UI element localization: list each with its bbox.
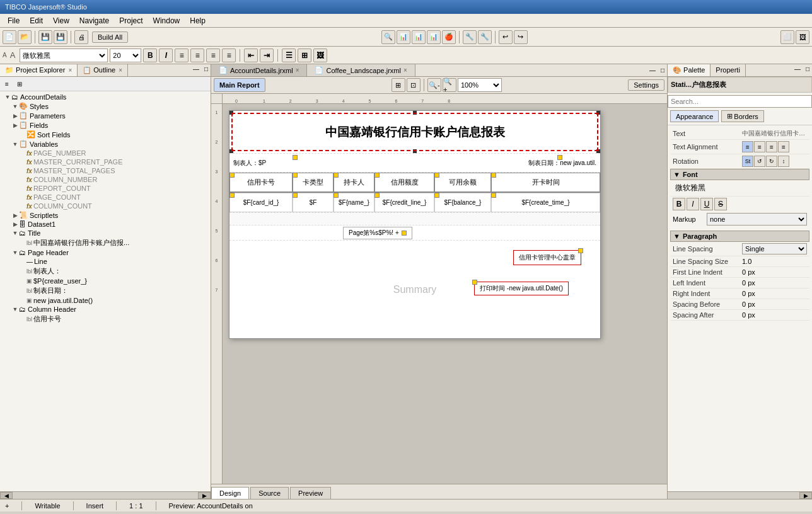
scroll-right-btn[interactable]: ▶ <box>198 492 211 499</box>
tab-design[interactable]: Design <box>211 487 249 499</box>
italic-prop-btn[interactable]: I <box>687 198 699 210</box>
right-panel-scrollbar[interactable]: ▶ <box>668 491 812 499</box>
menu-navigate[interactable]: Navigate <box>74 15 114 26</box>
maximize-left-btn[interactable]: □ <box>202 64 211 76</box>
toggle-dataset1[interactable]: ▶ <box>11 221 19 227</box>
tree-creator-label[interactable]: lbl 制表人： <box>1 266 209 277</box>
close-tab-1[interactable]: × <box>296 67 299 74</box>
align-left-btn[interactable]: ≡ <box>175 49 188 62</box>
tree-create-date-label[interactable]: lbl 制表日期： <box>1 285 209 296</box>
menu-help[interactable]: Help <box>185 15 211 26</box>
toggle-parameters[interactable]: ▶ <box>11 113 19 119</box>
zoom-select[interactable]: 100% 75% 150% <box>458 78 502 92</box>
tree-fields[interactable]: ▶ 📋 Fields <box>1 120 209 130</box>
min-right-btn[interactable]: — <box>792 64 803 76</box>
align-center-btn[interactable]: ≡ <box>190 49 204 62</box>
maximize-btn[interactable]: ⬜ <box>780 30 794 44</box>
align-center-prop-btn[interactable]: ≡ <box>754 141 765 152</box>
menu-project[interactable]: Project <box>114 15 148 26</box>
line-spacing-select[interactable]: Single Double <box>742 243 807 254</box>
tab-account-details[interactable]: 📄 AccountDetails.jrxml × <box>211 64 307 76</box>
rot-right-btn[interactable]: ↻ <box>766 156 777 167</box>
font-size-select[interactable]: 20 <box>110 49 141 62</box>
rot-flip-btn[interactable]: ↕ <box>778 156 789 167</box>
toolbar-icon6[interactable]: 🔧 <box>463 30 477 44</box>
tree-card-no-label[interactable]: lbl 信用卡号 <box>1 314 209 324</box>
toggle-scriptlets[interactable]: ▶ <box>11 212 19 219</box>
menu-view[interactable]: View <box>48 15 74 26</box>
tree-column-header[interactable]: ▼ 🗂 Column Header <box>1 305 209 314</box>
right-scroll-right-btn[interactable]: ▶ <box>799 492 812 499</box>
tab-source[interactable]: Source <box>250 487 289 499</box>
tree-title-label[interactable]: lbl 中国嘉靖银行信用卡账户信报... <box>1 237 209 248</box>
zoom-out-btn[interactable]: 🔍- <box>427 78 441 92</box>
tree-dataset1[interactable]: ▶ 🗄 Dataset1 <box>1 220 209 229</box>
toolbar-icon5[interactable]: 🍎 <box>442 30 456 44</box>
toolbar-icon8[interactable]: ↩ <box>499 30 513 44</box>
toolbar-icon2[interactable]: 📊 <box>397 30 410 44</box>
snap-btn[interactable]: ⊞ <box>392 78 405 92</box>
tab-project-explorer[interactable]: 📁 Project Explorer × <box>0 64 78 76</box>
tree-column-count[interactable]: fx COLUMN_COUNT <box>1 202 209 210</box>
min-editor-btn[interactable]: — <box>647 66 658 75</box>
menu-edit[interactable]: Edit <box>25 15 48 26</box>
toggle-styles[interactable]: ▼ <box>11 103 19 110</box>
open-btn[interactable]: 📂 <box>18 30 32 44</box>
align-justify-prop-btn[interactable]: ≡ <box>778 141 789 152</box>
tree-column-number[interactable]: fx COLUMN_NUMBER <box>1 175 209 184</box>
bold-button[interactable]: B <box>143 49 157 62</box>
view-btn[interactable]: 🖼 <box>796 30 809 44</box>
font-name-select[interactable]: 微软雅黑 <box>20 49 108 62</box>
outline-close[interactable]: × <box>119 67 122 74</box>
settings-button[interactable]: Settings <box>628 79 664 91</box>
tree-master-current[interactable]: fx MASTER_CURRENT_PAGE <box>1 157 209 166</box>
tree-scriptlets[interactable]: ▶ 📜 Scriptlets <box>1 210 209 220</box>
bold-prop-btn[interactable]: B <box>673 198 685 210</box>
tab-outline[interactable]: 📋 Outline × <box>78 64 128 76</box>
tree-page-number[interactable]: fx PAGE_NUMBER <box>1 149 209 157</box>
toggle-column-header[interactable]: ▼ <box>11 306 19 312</box>
toggle-fields[interactable]: ▶ <box>11 122 19 128</box>
left-panel-scrollbar[interactable]: ◀ ▶ <box>0 491 211 499</box>
zoom-in-btn[interactable]: 🔍+ <box>443 78 456 92</box>
scroll-left-btn[interactable]: ◀ <box>0 492 13 499</box>
tree-new-date[interactable]: ▣ new java.util.Date() <box>1 296 209 305</box>
markup-select[interactable]: none html <box>707 213 807 226</box>
rot-left-btn[interactable]: ↺ <box>754 156 765 167</box>
table-btn[interactable]: ⊞ <box>298 49 311 62</box>
tree-variables[interactable]: ▼ 📋 Variables <box>1 139 209 149</box>
toggle-account-details[interactable]: ▼ <box>4 94 11 100</box>
toolbar-icon7[interactable]: 🔧 <box>478 30 492 44</box>
align-right-prop-btn[interactable]: ≡ <box>766 141 777 152</box>
list-btn[interactable]: ☰ <box>282 49 296 62</box>
tree-report-count[interactable]: fx REPORT_COUNT <box>1 184 209 193</box>
toggle-variables[interactable]: ▼ <box>11 141 19 147</box>
align-right-btn[interactable]: ≡ <box>206 49 220 62</box>
grid-btn[interactable]: ⊡ <box>407 78 420 92</box>
indent-increase-btn[interactable]: ⇥ <box>260 49 274 62</box>
print-btn[interactable]: 🖨 <box>74 30 88 44</box>
appearance-tab[interactable]: Appearance <box>670 110 719 122</box>
tree-title[interactable]: ▼ 🗂 Title <box>1 229 209 237</box>
save-all-btn[interactable]: 💾 <box>54 30 67 44</box>
main-report-tab[interactable]: Main Report <box>214 78 265 92</box>
tab-properties[interactable]: Properti <box>710 64 746 76</box>
tree-parameters[interactable]: ▶ 📋 Parameters <box>1 111 209 120</box>
tree-master-total[interactable]: fx MASTER_TOTAL_PAGES <box>1 166 209 175</box>
indent-decrease-btn[interactable]: ⇤ <box>244 49 258 62</box>
tab-palette[interactable]: 🎨 Palette <box>668 64 710 76</box>
scroll-track[interactable] <box>13 492 198 499</box>
image-btn[interactable]: 🖼 <box>313 49 327 62</box>
menu-file[interactable]: File <box>3 15 25 26</box>
toggle-title[interactable]: ▼ <box>11 230 19 236</box>
align-justify-btn[interactable]: ≡ <box>222 49 236 62</box>
underline-prop-btn[interactable]: U <box>700 198 713 210</box>
right-search-input[interactable] <box>668 95 812 108</box>
save-btn[interactable]: 💾 <box>38 30 52 44</box>
strike-prop-btn[interactable]: S <box>714 198 727 210</box>
toolbar-icon4[interactable]: 📊 <box>427 30 441 44</box>
font-size-inc[interactable]: A <box>10 50 16 60</box>
menu-window[interactable]: Window <box>148 15 185 26</box>
toolbar-icon9[interactable]: ↪ <box>514 30 528 44</box>
tab-preview[interactable]: Preview <box>290 487 331 499</box>
